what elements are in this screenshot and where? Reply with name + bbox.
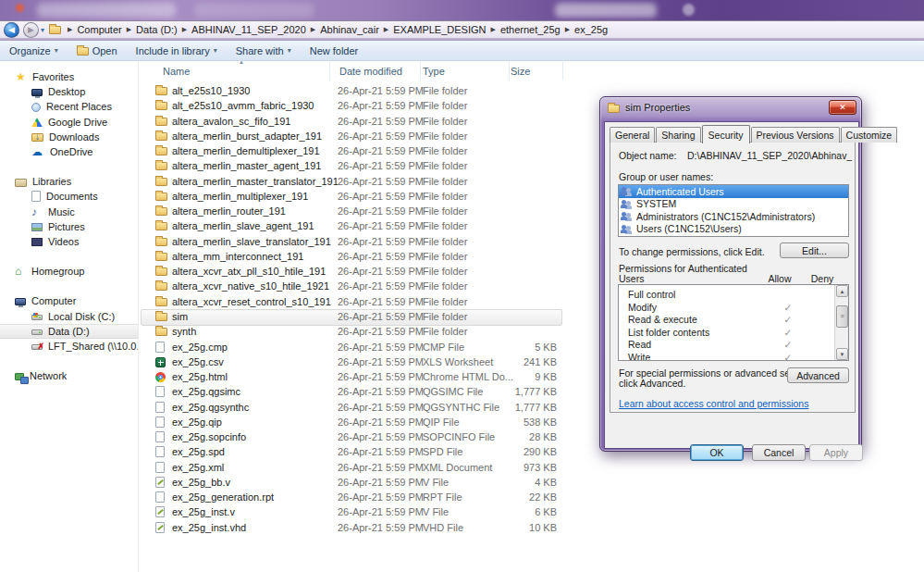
back-button[interactable]: ◀: [4, 22, 19, 38]
learn-about-link[interactable]: Learn about access control and permissio…: [619, 398, 808, 409]
file-row[interactable]: ex_25g_generation.rpt 26-Apr-21 5:59 PM …: [139, 490, 924, 504]
file-row[interactable]: ex_25g_inst.vhd 26-Apr-21 5:59 PM VHD Fi…: [139, 520, 924, 535]
scrollbar-thumb[interactable]: ≡: [836, 305, 848, 328]
forward-button[interactable]: ▶: [23, 22, 39, 38]
breadcrumb-segment[interactable]: Abhinav_cair: [320, 24, 379, 35]
sidebar-item[interactable]: Data (D:): [0, 324, 138, 339]
toolbar-button[interactable]: Open ▾: [68, 41, 127, 60]
sidebar-item[interactable]: OneDrive: [0, 144, 138, 159]
column-header-date-modified[interactable]: Date modified: [339, 66, 402, 77]
user-list-item[interactable]: Authenticated Users: [619, 185, 848, 198]
sidebar-item[interactable]: Computer: [0, 293, 138, 308]
file-size: 9 KB: [501, 371, 557, 382]
toolbar-button-label: Open: [92, 45, 117, 56]
dialog-tab[interactable]: Security: [702, 125, 750, 143]
apply-button[interactable]: Apply: [809, 444, 863, 461]
close-button[interactable]: ✕: [829, 100, 856, 115]
scroll-up-icon[interactable]: ▲: [836, 285, 848, 297]
sidebar-item[interactable]: Pictures: [0, 219, 138, 234]
users-icon: [621, 211, 633, 221]
file-type: File folder: [423, 311, 467, 322]
file-name: altera_xcvr_native_s10_htile_1921: [172, 280, 329, 292]
sort-ascending-icon: ▲: [239, 59, 244, 65]
file-name: altera_merlin_master_agent_191: [172, 160, 321, 171]
dialog-tab[interactable]: Customize: [841, 127, 898, 143]
breadcrumb-segment[interactable]: ex_25g: [574, 24, 608, 35]
breadcrumb-segment[interactable]: ABHINAV_11_SEP_2020: [191, 24, 306, 35]
permission-row[interactable]: Write ✓: [619, 351, 848, 362]
permission-row[interactable]: Read & execute ✓: [619, 313, 848, 326]
file-row[interactable]: ex_25g.xml 26-Apr-21 5:59 PM XML Documen…: [139, 460, 924, 475]
breadcrumb-segment[interactable]: EXAMPLE_DESIGN: [393, 24, 486, 35]
recent-pages-caret-icon[interactable]: ▾: [41, 26, 44, 34]
breadcrumb-segment[interactable]: ethernet_25g: [500, 24, 561, 35]
toolbar-button[interactable]: New folder ▾: [301, 41, 368, 60]
file-icon: [155, 87, 167, 95]
dialog-tab[interactable]: General: [610, 127, 655, 143]
edit-button[interactable]: Edit...: [780, 242, 849, 258]
sidebar-item-icon: [15, 298, 26, 305]
toolbar-button[interactable]: Share with ▾: [227, 41, 301, 60]
sidebar-item[interactable]: Documents: [0, 189, 138, 204]
permission-row[interactable]: Read ✓: [619, 338, 848, 351]
file-row[interactable]: ex_25g_inst.v 26-Apr-21 5:59 PM V File 6…: [139, 504, 924, 519]
sidebar-item[interactable]: Videos: [0, 234, 138, 249]
sidebar-item-icon: [31, 238, 43, 246]
toolbar-button[interactable]: Organize ▾: [0, 41, 68, 60]
breadcrumb-separator-icon: ▶: [68, 26, 72, 33]
breadcrumb-segment[interactable]: Computer: [77, 24, 121, 35]
column-header-type[interactable]: Type: [423, 66, 445, 77]
sidebar-item[interactable]: Downloads: [0, 130, 138, 144]
file-name: altera_merlin_demultiplexer_191: [172, 145, 320, 156]
column-header-size[interactable]: Size: [511, 66, 530, 77]
file-name: ex_25g_inst.v: [172, 506, 235, 517]
breadcrumb-segment[interactable]: Data (D:): [136, 24, 178, 35]
sidebar-item[interactable]: Local Disk (C:): [0, 308, 138, 323]
dialog-tab[interactable]: Sharing: [656, 127, 700, 143]
user-list-item[interactable]: SYSTEM: [619, 198, 848, 211]
file-type: V File: [423, 506, 449, 517]
ok-button[interactable]: OK: [690, 444, 744, 461]
permission-row[interactable]: Full control: [619, 288, 848, 301]
file-size: 290 KB: [501, 446, 557, 457]
dialog-tab[interactable]: Previous Versions: [751, 127, 840, 143]
scroll-down-icon[interactable]: ▼: [836, 348, 848, 360]
file-icon: [155, 267, 167, 276]
sidebar-item[interactable]: Music: [0, 205, 138, 219]
toolbar-button-label: Organize: [9, 45, 51, 56]
permission-row[interactable]: Modify ✓: [619, 301, 848, 314]
column-divider[interactable]: [420, 62, 421, 81]
navigation-pane: Favorites Desktop Recent Places Google D…: [0, 61, 139, 572]
user-list-item[interactable]: Administrators (C1NC152\Administrators): [619, 210, 848, 223]
file-name: altera_merlin_slave_translator_191: [172, 236, 331, 247]
permissions-scrollbar[interactable]: ▲ ≡ ▼: [834, 285, 848, 360]
column-divider[interactable]: [329, 62, 330, 81]
sidebar-item[interactable]: Google Drive: [0, 115, 138, 130]
file-type: File folder: [423, 160, 467, 171]
advanced-button[interactable]: Advanced: [787, 367, 849, 383]
file-type: File folder: [423, 236, 467, 247]
sidebar-item[interactable]: Libraries: [0, 174, 138, 189]
column-divider[interactable]: [562, 62, 563, 81]
file-icon: [155, 162, 167, 170]
column-header-name[interactable]: Name: [163, 66, 190, 77]
permission-row[interactable]: List folder contents ✓: [619, 326, 848, 339]
file-row[interactable]: ex_25g_bb.v 26-Apr-21 5:59 PM V File 4 K…: [139, 475, 924, 490]
file-size: 1,777 KB: [501, 402, 557, 413]
file-type: Chrome HTML Do...: [423, 371, 513, 382]
toolbar-button[interactable]: Include in library ▾: [127, 41, 227, 60]
sidebar-item-label: Documents: [46, 191, 98, 202]
sidebar-item[interactable]: Network: [0, 368, 138, 383]
sidebar-item[interactable]: Desktop: [0, 84, 138, 99]
column-divider[interactable]: [509, 62, 510, 81]
file-size: 1,777 KB: [501, 386, 557, 397]
sidebar-item[interactable]: Homegroup: [0, 264, 138, 279]
file-icon: [155, 222, 167, 230]
sidebar-item[interactable]: LFT_Shared (\\10.0.0.13) (Z:: [0, 339, 138, 354]
sidebar-item[interactable]: Favorites: [0, 69, 138, 84]
file-icon: [155, 386, 165, 397]
sidebar-item[interactable]: Recent Places: [0, 99, 138, 114]
cancel-button[interactable]: Cancel: [752, 444, 806, 461]
file-size: 5 KB: [501, 342, 557, 353]
user-list-item[interactable]: Users (C1NC152\Users): [619, 223, 848, 236]
